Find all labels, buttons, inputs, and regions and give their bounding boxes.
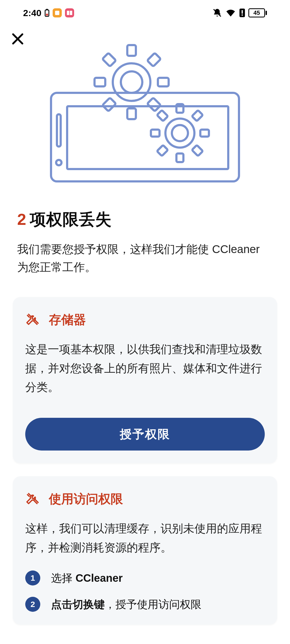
usage-step-2: 2 点击切换键，授予使用访问权限 <box>25 597 265 612</box>
card-usage-access: 使用访问权限 这样，我们可以清理缓存，识别未使用的应用程序，并检测消耗资源的程序… <box>13 476 277 625</box>
svg-rect-18 <box>127 45 136 56</box>
battery-percent-text: 45 <box>253 9 260 16</box>
usage-steps: 1 选择 CCleaner 2 点击切换键，授予使用访问权限 <box>25 570 265 612</box>
svg-rect-5 <box>65 8 74 17</box>
close-icon <box>11 32 25 47</box>
svg-point-17 <box>121 71 142 93</box>
svg-rect-8 <box>242 10 243 14</box>
wifi-icon <box>225 9 236 17</box>
svg-rect-19 <box>127 108 136 119</box>
step-number-badge: 1 <box>25 570 40 586</box>
svg-rect-30 <box>151 130 160 137</box>
status-right-cluster: 45 <box>212 8 267 18</box>
step-text: 点击切换键，授予使用访问权限 <box>51 597 201 612</box>
tools-icon <box>25 313 39 327</box>
svg-rect-23 <box>102 98 116 111</box>
svg-rect-20 <box>95 78 105 86</box>
grant-storage-button[interactable]: 授予权限 <box>25 418 265 451</box>
usage-step-1: 1 选择 CCleaner <box>25 570 265 586</box>
svg-rect-14 <box>57 114 61 147</box>
svg-rect-9 <box>242 14 243 16</box>
title-text: 项权限丢失 <box>30 209 112 230</box>
svg-rect-32 <box>192 110 203 121</box>
svg-rect-35 <box>192 145 203 156</box>
svg-rect-34 <box>157 110 168 121</box>
svg-rect-33 <box>157 145 168 156</box>
step-number-badge: 2 <box>25 597 40 612</box>
missing-count: 2 <box>17 210 26 229</box>
book-icon <box>65 8 74 17</box>
permissions-illustration <box>0 36 290 187</box>
svg-point-27 <box>172 125 188 141</box>
svg-rect-29 <box>176 153 183 162</box>
card-usage-title: 使用访问权限 <box>49 491 123 507</box>
clock-text: 2:40 <box>23 8 41 18</box>
card-usage-desc: 这样，我们可以清理缓存，识别未使用的应用程序，并检测消耗资源的程序。 <box>25 519 265 557</box>
close-button[interactable] <box>10 31 26 47</box>
alert-icon <box>239 9 245 17</box>
svg-rect-1 <box>46 9 48 10</box>
svg-rect-25 <box>147 98 161 111</box>
step-text: 选择 CCleaner <box>51 571 123 586</box>
mute-icon <box>212 8 222 18</box>
svg-rect-31 <box>200 130 209 137</box>
app-badge-icon <box>53 8 62 17</box>
svg-rect-4 <box>55 11 59 15</box>
svg-rect-24 <box>102 53 116 67</box>
status-bar: 2:40 45 <box>0 0 290 26</box>
svg-rect-21 <box>158 78 169 86</box>
svg-point-16 <box>113 63 150 101</box>
card-storage-desc: 这是一项基本权限，以供我们查找和清理垃圾数据，并对您设备上的所有照片、媒体和文件… <box>25 340 265 397</box>
svg-rect-2 <box>46 14 48 16</box>
tools-icon <box>25 492 39 506</box>
status-left-cluster: 2:40 <box>23 8 74 18</box>
battery-low-icon <box>45 9 49 17</box>
battery-icon: 45 <box>248 8 267 17</box>
card-storage-title: 存储器 <box>49 312 86 328</box>
svg-rect-22 <box>147 53 161 67</box>
page-subtitle: 我们需要您授予权限，这样我们才能使 CCleaner 为您正常工作。 <box>17 240 273 276</box>
page-title: 2 项权限丢失 <box>17 209 273 230</box>
svg-point-15 <box>56 160 61 165</box>
card-storage: 存储器 这是一项基本权限，以供我们查找和清理垃圾数据，并对您设备上的所有照片、媒… <box>13 297 277 463</box>
svg-point-26 <box>165 119 194 148</box>
